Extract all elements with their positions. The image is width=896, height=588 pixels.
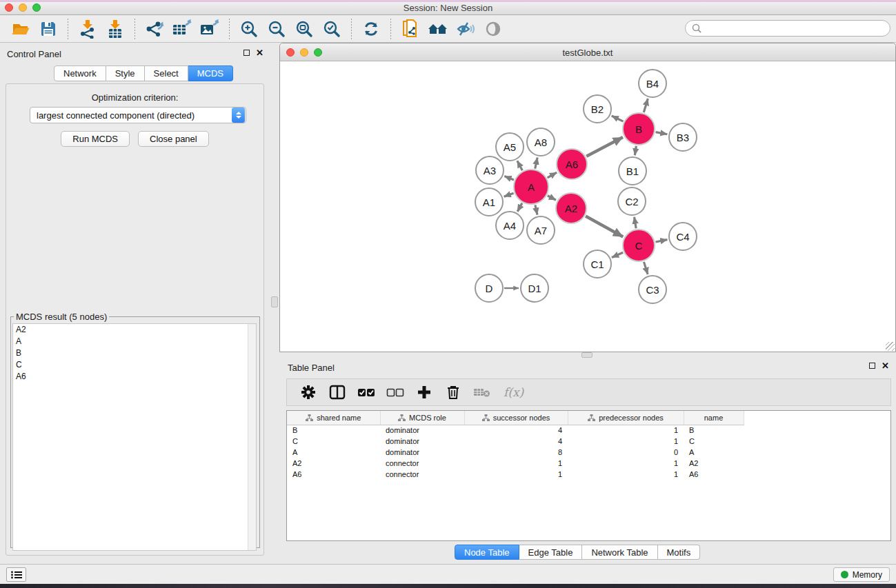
home-button[interactable] — [426, 17, 450, 41]
graph-edge-C-C4[interactable] — [655, 240, 667, 242]
deselect-all-rows-button[interactable] — [385, 381, 406, 403]
open-session-button[interactable] — [9, 17, 32, 41]
vertical-split-grip[interactable] — [271, 296, 278, 307]
graph-node-C2[interactable]: C2 — [617, 187, 646, 216]
node-table[interactable]: shared name MCDS role successor nodes pr… — [286, 410, 891, 541]
save-session-button[interactable] — [37, 17, 60, 41]
run-mcds-button[interactable]: Run MCDS — [61, 131, 130, 147]
col-header-predecessor-nodes[interactable]: predecessor nodes — [568, 411, 684, 425]
graph-node-B3[interactable]: B3 — [668, 123, 697, 152]
graph-edge-B-B3[interactable] — [656, 132, 668, 134]
graph-node-C3[interactable]: C3 — [638, 275, 667, 304]
graph-node-A4[interactable]: A4 — [495, 211, 524, 240]
graph-edge-A-A5[interactable] — [517, 161, 522, 170]
tab-edge-table[interactable]: Edge Table — [519, 545, 583, 560]
tab-network[interactable]: Network — [54, 65, 106, 81]
graph-node-B[interactable]: B — [622, 112, 655, 145]
graph-edge-A-A4[interactable] — [517, 203, 522, 212]
graph-edge-C-C1[interactable] — [612, 252, 623, 257]
resize-grip-icon[interactable] — [886, 342, 895, 351]
mcds-result-item[interactable]: A — [13, 336, 256, 347]
graph-node-A7[interactable]: A7 — [526, 216, 555, 245]
close-panel-icon[interactable]: ✕ — [256, 50, 263, 56]
graph-edge-A-A1[interactable] — [504, 193, 514, 196]
select-all-rows-button[interactable] — [356, 381, 377, 403]
graph-edge-C-C2[interactable] — [635, 217, 637, 229]
graph-edge-A-A6[interactable] — [548, 172, 557, 178]
graph-node-A2[interactable]: A2 — [555, 192, 587, 224]
refresh-button[interactable] — [359, 17, 383, 41]
graph-node-C[interactable]: C — [622, 229, 655, 262]
show-networks-list-button[interactable] — [6, 567, 26, 582]
mcds-result-item[interactable]: A6 — [13, 371, 256, 383]
clone-network-button[interactable] — [399, 17, 422, 41]
export-table-button[interactable] — [170, 17, 194, 41]
search-input[interactable] — [702, 21, 890, 35]
create-column-button[interactable] — [414, 381, 435, 403]
table-row[interactable]: Cdominator 41 C — [287, 436, 744, 447]
graph-edge-A-A2[interactable] — [548, 196, 556, 200]
graph-node-D1[interactable]: D1 — [520, 274, 549, 303]
graph-edge-A-A3[interactable] — [504, 176, 514, 180]
list-scrollbar[interactable] — [248, 324, 256, 550]
graph-node-B1[interactable]: B1 — [618, 156, 647, 185]
graph-node-A8[interactable]: A8 — [526, 128, 555, 156]
graph-edge-B-B2[interactable] — [612, 116, 624, 121]
graph-node-A3[interactable]: A3 — [475, 156, 504, 185]
graph-node-A5[interactable]: A5 — [495, 132, 524, 161]
mcds-result-item[interactable]: A2 — [13, 324, 256, 336]
import-network-button[interactable] — [76, 17, 99, 41]
zoom-selected-button[interactable] — [320, 17, 344, 41]
graph-node-B2[interactable]: B2 — [583, 94, 612, 123]
zoom-in-button[interactable] — [237, 17, 261, 41]
import-table-button[interactable] — [103, 17, 127, 41]
hide-graphics-details-button[interactable] — [454, 17, 477, 41]
graph-node-A1[interactable]: A1 — [475, 187, 504, 216]
mcds-result-item[interactable]: C — [13, 359, 256, 371]
show-graphics-details-button[interactable] — [481, 17, 505, 41]
table-settings-button[interactable] — [298, 381, 319, 403]
col-header-mcds-role[interactable]: MCDS role — [380, 411, 464, 425]
network-window-titlebar[interactable]: testGlobe.txt — [280, 43, 895, 61]
graph-edge-A6-B[interactable] — [586, 137, 623, 156]
graph-node-D[interactable]: D — [475, 274, 504, 303]
zoom-out-button[interactable] — [265, 17, 288, 41]
delete-column-button[interactable] — [443, 381, 464, 403]
float-panel-icon[interactable] — [243, 50, 250, 56]
tab-motifs[interactable]: Motifs — [658, 545, 701, 560]
graph-node-A6[interactable]: A6 — [556, 148, 588, 180]
search-box[interactable] — [685, 20, 890, 37]
column-selector-button[interactable] — [327, 381, 348, 403]
close-table-panel-icon[interactable]: ✕ — [882, 363, 889, 369]
graph-edge-A-A7[interactable] — [535, 205, 537, 214]
col-header-shared-name[interactable]: shared name — [287, 411, 380, 425]
criterion-dropdown[interactable]: largest connected component (directed) — [30, 107, 246, 123]
graph-node-C4[interactable]: C4 — [668, 222, 697, 251]
mcds-result-list[interactable]: A2 A B C A6 — [12, 323, 257, 551]
delete-table-button[interactable] — [472, 381, 492, 403]
graph-edge-C-C3[interactable] — [644, 262, 648, 274]
table-row[interactable]: A6connector 11 A6 — [287, 469, 744, 480]
zoom-fit-button[interactable] — [292, 17, 316, 41]
graph-edge-B-B1[interactable] — [635, 146, 636, 156]
network-canvas[interactable]: AA1A2A3A4A5A6A7A8BB1B2B3B4CC1C2C3C4DD1 — [280, 61, 895, 352]
export-image-button[interactable] — [198, 17, 221, 41]
graph-node-B4[interactable]: B4 — [638, 69, 667, 98]
function-builder-button[interactable]: f(x) — [501, 381, 524, 403]
graph-node-A[interactable]: A — [513, 169, 549, 205]
graph-edge-B-B4[interactable] — [644, 99, 648, 112]
table-row[interactable]: Adominator 80 A — [287, 447, 744, 458]
float-table-panel-icon[interactable] — [869, 363, 875, 369]
tab-node-table[interactable]: Node Table — [455, 545, 519, 560]
col-header-name[interactable]: name — [684, 411, 744, 425]
graph-edge-A-A8[interactable] — [535, 157, 537, 168]
export-network-button[interactable] — [143, 17, 166, 41]
tab-network-table[interactable]: Network Table — [582, 545, 657, 560]
memory-button[interactable]: Memory — [833, 567, 890, 582]
graph-node-C1[interactable]: C1 — [583, 250, 612, 278]
mcds-result-item[interactable]: B — [13, 347, 256, 359]
col-header-successor-nodes[interactable]: successor nodes — [464, 411, 568, 425]
table-row[interactable]: A2connector 11 A2 — [287, 458, 744, 469]
table-row[interactable]: Bdominator 41 B — [287, 425, 744, 436]
graph-edge-A2-C[interactable] — [586, 216, 623, 237]
